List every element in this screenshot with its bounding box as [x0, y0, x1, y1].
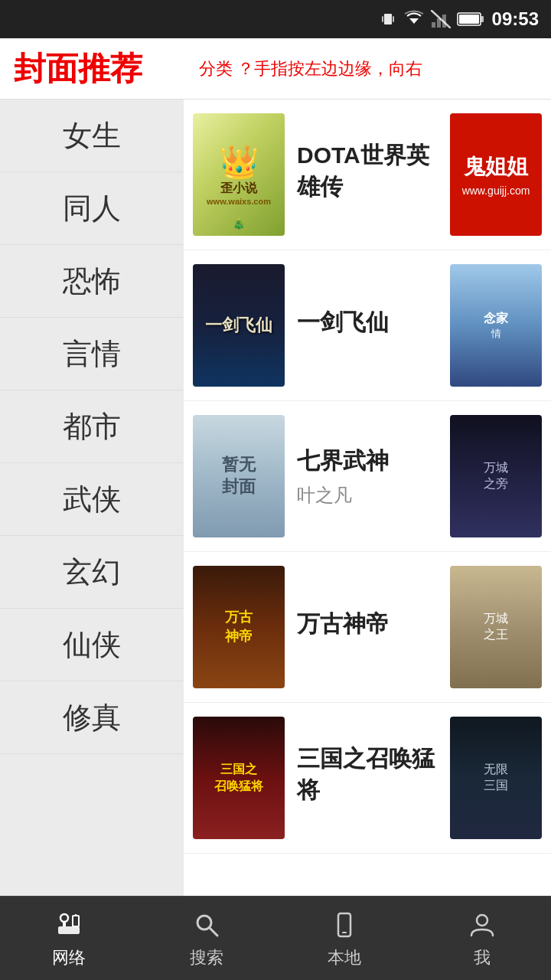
- nav-label-network: 网络: [52, 946, 86, 969]
- book-list: 👑 歪小说 www.waixs.com 🎄 DOTA世界英雄传 鬼姐姐 www.…: [184, 100, 551, 896]
- status-time: 09:53: [492, 8, 539, 30]
- book-row-wangu[interactable]: 万古神帝 万古神帝 万城之王: [184, 552, 551, 703]
- svg-point-20: [477, 915, 487, 926]
- book-title-qijie: 七界武神: [297, 446, 450, 477]
- book-author-qijie: 叶之凡: [297, 483, 450, 508]
- book-info-yijian: 一剑飞仙: [297, 307, 450, 345]
- book-cover-right-wangu: 万城之王: [450, 566, 542, 688]
- sidebar-item-xiuzhen[interactable]: 修真: [0, 681, 184, 754]
- network-icon: [52, 908, 86, 942]
- book-cover-right-yijian: 念家 情: [450, 264, 542, 387]
- nav-item-search[interactable]: 搜索: [145, 904, 268, 973]
- guiji-logo-url: www.guijj.com: [462, 185, 530, 197]
- sidebar-item-dushi[interactable]: 都市: [0, 390, 184, 463]
- book-row-yijian[interactable]: 一剑飞仙 一剑飞仙 念家 情: [184, 250, 551, 401]
- svg-rect-4: [432, 22, 435, 28]
- svg-rect-14: [73, 916, 79, 926]
- sidebar-item-tongren[interactable]: 同人: [0, 172, 184, 245]
- book-info-qijie: 七界武神 叶之凡: [297, 446, 450, 508]
- svg-marker-3: [409, 18, 419, 24]
- svg-rect-0: [384, 14, 392, 24]
- book-cover-sanguo: 三国之召唤猛将: [193, 717, 285, 839]
- book-title-yijian: 一剑飞仙: [297, 307, 450, 338]
- book-title-sanguo: 三国之召唤猛将: [297, 743, 450, 806]
- svg-line-17: [210, 928, 217, 936]
- book-cover-yijian: 一剑飞仙: [193, 264, 285, 387]
- sidebar-item-xuanhuan[interactable]: 玄幻: [0, 536, 184, 609]
- vibrate-icon: [379, 10, 397, 28]
- book-cover-right-qijie: 万城之旁: [450, 415, 542, 537]
- book-cover-right-sanguo: 无限三国: [450, 717, 542, 839]
- book-row-dota[interactable]: 👑 歪小说 www.waixs.com 🎄 DOTA世界英雄传 鬼姐姐 www.…: [184, 100, 551, 250]
- svg-rect-11: [58, 926, 80, 934]
- battery-icon: [457, 11, 484, 28]
- book-cover-wangu: 万古神帝: [193, 566, 285, 688]
- header: 封面推荐 分类 ？手指按左边边缘，向右: [0, 38, 551, 100]
- svg-point-12: [60, 914, 68, 922]
- status-bar: 09:53: [0, 0, 551, 38]
- book-title-dota: DOTA世界英雄传: [297, 140, 450, 203]
- status-icons: [379, 10, 484, 28]
- signal-icon: [431, 10, 451, 28]
- nav-label-me: 我: [474, 946, 491, 969]
- svg-rect-13: [63, 922, 66, 926]
- page-title: 封面推荐: [0, 47, 184, 90]
- book-row-qijie[interactable]: 暂无封面 七界武神 叶之凡 万城之旁: [184, 401, 551, 552]
- nav-item-local[interactable]: 本地: [283, 904, 406, 973]
- bottom-nav: 网络 搜索 本地 我: [0, 896, 551, 980]
- svg-rect-9: [481, 16, 484, 22]
- book-row-sanguo[interactable]: 三国之召唤猛将 三国之召唤猛将 无限三国: [184, 703, 551, 854]
- search-icon: [190, 908, 223, 942]
- book-info-sanguo: 三国之召唤猛将: [297, 743, 450, 812]
- book-info-dota: DOTA世界英雄传: [297, 140, 450, 209]
- book-cover-dota: 👑 歪小说 www.waixs.com 🎄: [193, 113, 285, 236]
- nav-label-local: 本地: [328, 946, 361, 969]
- book-info-wangu: 万古神帝: [297, 609, 450, 646]
- svg-rect-2: [393, 16, 394, 22]
- book-title-wangu: 万古神帝: [297, 609, 450, 640]
- main-layout: 女生 同人 恐怖 言情 都市 武侠 玄幻 仙侠 修真: [0, 100, 551, 896]
- user-icon: [465, 908, 499, 942]
- sidebar: 女生 同人 恐怖 言情 都市 武侠 玄幻 仙侠 修真: [0, 100, 184, 896]
- book-cover-right-dota: 鬼姐姐 www.guijj.com: [450, 113, 542, 236]
- sidebar-item-nvsheng[interactable]: 女生: [0, 100, 184, 172]
- header-nav-text[interactable]: 分类 ？手指按左边边缘，向右: [184, 57, 551, 80]
- book-cover-qijie: 暂无封面: [193, 415, 285, 537]
- wifi-icon: [403, 10, 425, 28]
- phone-icon: [328, 908, 361, 942]
- nav-item-network[interactable]: 网络: [8, 904, 130, 973]
- svg-rect-10: [459, 15, 479, 24]
- guiji-logo-main: 鬼姐姐: [464, 152, 528, 181]
- nav-label-search: 搜索: [190, 946, 223, 969]
- svg-rect-1: [382, 16, 383, 22]
- sidebar-item-yanqing[interactable]: 言情: [0, 318, 184, 390]
- nav-item-me[interactable]: 我: [421, 904, 543, 973]
- sidebar-item-kongbu[interactable]: 恐怖: [0, 245, 184, 318]
- sidebar-item-xianxia[interactable]: 仙侠: [0, 609, 184, 681]
- sidebar-item-wuxia[interactable]: 武侠: [0, 463, 184, 536]
